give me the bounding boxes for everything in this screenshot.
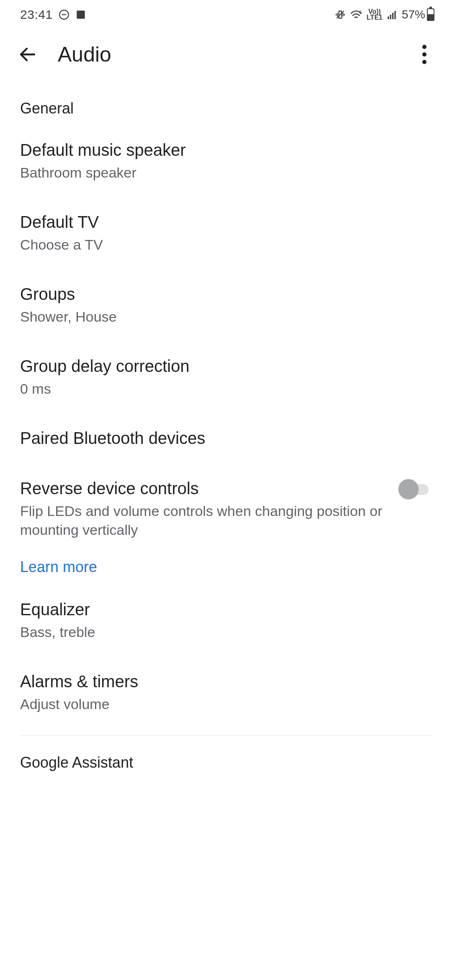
setting-title: Default music speaker (20, 139, 432, 161)
setting-group-delay-correction[interactable]: Group delay correction 0 ms (20, 341, 432, 413)
setting-subtitle: Bathroom speaker (20, 163, 432, 183)
setting-alarms-timers[interactable]: Alarms & timers Adjust volume (20, 656, 432, 722)
setting-title: Groups (20, 283, 432, 305)
status-right: 6 Vo)) LTE1 57% (335, 8, 434, 21)
page-title: Audio (58, 42, 394, 67)
setting-subtitle: Shower, House (20, 307, 432, 327)
setting-groups[interactable]: Groups Shower, House (20, 269, 432, 341)
settings-content: General Default music speaker Bathroom s… (0, 80, 452, 779)
setting-title: Default TV (20, 211, 432, 233)
reverse-controls-toggle[interactable] (398, 479, 432, 499)
setting-title: Group delay correction (20, 355, 432, 377)
svg-rect-8 (394, 11, 396, 19)
status-bar: 23:41 6 Vo)) LTE1 (0, 0, 452, 29)
svg-rect-6 (390, 15, 391, 19)
learn-more-link[interactable]: Learn more (20, 540, 432, 584)
battery-indicator: 57% (402, 8, 434, 21)
setting-subtitle: 0 ms (20, 379, 432, 399)
setting-title: Reverse device controls (20, 477, 388, 499)
back-button[interactable] (15, 42, 40, 67)
setting-paired-bluetooth-devices[interactable]: Paired Bluetooth devices (20, 413, 432, 463)
status-time: 23:41 (20, 8, 53, 22)
setting-title: Alarms & timers (20, 671, 432, 692)
setting-title: Equalizer (20, 598, 432, 620)
svg-rect-5 (388, 16, 389, 19)
setting-title: Paired Bluetooth devices (20, 427, 432, 449)
dnd-icon (59, 9, 69, 20)
volte-icon: Vo)) LTE1 (367, 9, 383, 21)
setting-default-music-speaker[interactable]: Default music speaker Bathroom speaker (20, 125, 432, 197)
more-vert-icon (422, 45, 426, 64)
setting-subtitle: Flip LEDs and volume controls when chang… (20, 502, 388, 540)
setting-equalizer[interactable]: Equalizer Bass, treble (20, 584, 432, 656)
setting-subtitle: Choose a TV (20, 235, 432, 255)
app-bar: Audio (0, 29, 452, 80)
svg-rect-7 (392, 13, 393, 19)
setting-reverse-device-controls[interactable]: Reverse device controls Flip LEDs and vo… (20, 463, 432, 540)
battery-icon (427, 8, 434, 21)
wifi-icon: 6 (350, 9, 362, 20)
setting-default-tv[interactable]: Default TV Choose a TV (20, 197, 432, 269)
svg-rect-2 (77, 10, 85, 19)
setting-subtitle: Bass, treble (20, 623, 432, 642)
vibrate-icon (335, 9, 346, 20)
overflow-menu-button[interactable] (412, 42, 437, 67)
status-left: 23:41 (20, 8, 86, 22)
section-header-general: General (20, 80, 432, 125)
arrow-left-icon (18, 44, 38, 64)
signal-icon (387, 9, 398, 20)
svg-text:6: 6 (360, 10, 362, 15)
section-header-google-assistant: Google Assistant (20, 735, 432, 779)
image-icon (75, 9, 86, 20)
setting-subtitle: Adjust volume (20, 695, 432, 714)
